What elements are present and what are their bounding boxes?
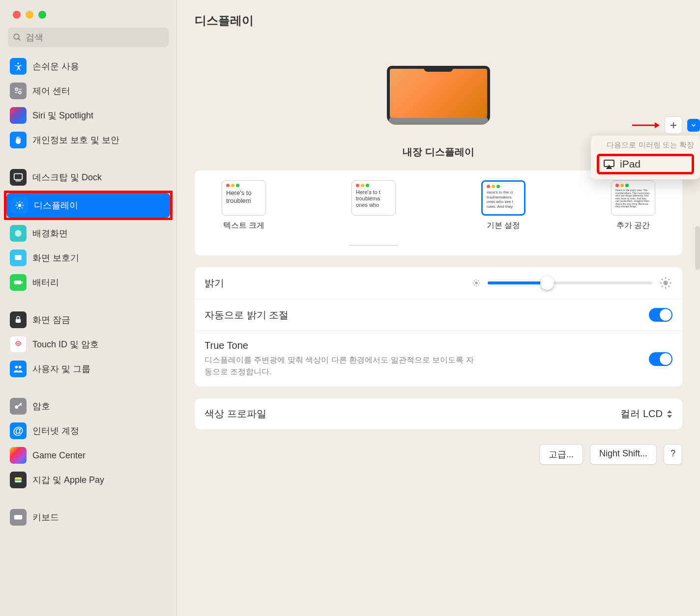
svg-line-43 (474, 285, 474, 285)
svg-rect-20 (14, 280, 22, 284)
wallpaper-icon (10, 225, 27, 242)
dock-icon (10, 169, 27, 186)
svg-rect-22 (16, 319, 21, 323)
control-center-icon (10, 83, 27, 99)
help-button[interactable]: ? (664, 444, 682, 465)
search-field[interactable] (8, 28, 169, 47)
true-tone-label: True Tone (204, 340, 480, 351)
page-title: 디스플레이 (195, 13, 682, 28)
true-tone-toggle[interactable] (649, 352, 672, 366)
display-menu-button[interactable] (687, 119, 700, 132)
brightness-slider[interactable] (471, 276, 672, 290)
search-wrap (0, 28, 176, 54)
monitor-illustration (387, 66, 490, 135)
svg-line-44 (478, 280, 479, 281)
auto-brightness-toggle[interactable] (649, 308, 672, 322)
accessibility-icon (10, 58, 27, 75)
svg-rect-19 (15, 255, 21, 260)
resolution-option-larger-text[interactable]: Here's totroublem 텍스트 크게 (204, 180, 283, 231)
resolution-sample: Here's totroublem (222, 180, 266, 216)
close-window-button[interactable] (13, 11, 21, 19)
sidebar-item-passwords[interactable]: 암호 (5, 394, 172, 419)
zoom-window-button[interactable] (38, 11, 46, 19)
brightness-label: 밝기 (204, 277, 224, 290)
auto-brightness-row: 자동으로 밝기 조절 (195, 299, 682, 331)
color-profile-value[interactable]: 컬러 LCD (620, 407, 672, 420)
plus-icon (669, 121, 678, 130)
svg-point-23 (15, 366, 18, 369)
resolution-option-default[interactable]: Here's to the crtroublemakers.ones who s… (464, 180, 543, 231)
svg-rect-21 (22, 281, 23, 283)
svg-line-14 (17, 202, 18, 203)
sidebar-item-wallet[interactable]: 지갑 및 Apple Pay (5, 468, 172, 492)
popover-item-label: iPad (620, 158, 641, 170)
resolution-label: 기본 설정 (487, 221, 520, 231)
resolution-option-2[interactable]: Here's to ttroublemaones who (334, 180, 413, 246)
sidebar-item-lockscreen[interactable]: 화면 잠금 (5, 308, 172, 332)
sidebar-item-label: 제어 센터 (32, 85, 70, 97)
svg-line-42 (478, 285, 479, 285)
minimize-window-button[interactable] (26, 11, 33, 19)
lock-icon (10, 311, 27, 328)
screensaver-icon (10, 250, 27, 266)
sidebar-item-wallpaper[interactable]: 배경화면 (5, 221, 172, 246)
svg-point-5 (19, 91, 21, 94)
sidebar-item-desktop-dock[interactable]: 데스크탑 및 Dock (5, 165, 172, 190)
add-display-controls (632, 116, 700, 134)
slider-thumb[interactable] (540, 276, 554, 290)
sidebar-item-game-center[interactable]: Game Center (5, 443, 172, 468)
svg-point-9 (18, 204, 22, 207)
sidebar-item-label: 키보드 (32, 511, 59, 523)
svg-line-16 (17, 207, 18, 208)
sidebar-item-label: 배경화면 (32, 227, 68, 239)
search-icon (13, 33, 22, 42)
add-display-button[interactable] (665, 116, 682, 134)
sidebar-item-privacy[interactable]: 개인정보 보호 및 보안 (5, 128, 172, 152)
sidebar-item-displays[interactable]: 디스플레이 (6, 193, 170, 218)
sidebar-item-label: 배터리 (32, 277, 59, 288)
sun-large-icon (659, 276, 672, 290)
resolution-underline (349, 245, 398, 246)
airplay-icon (603, 159, 615, 169)
sidebar-item-touchid[interactable]: Touch ID 및 암호 (5, 332, 172, 357)
sidebar-list[interactable]: 손쉬운 사용 제어 센터 Siri 및 Spotlight 개인정보 보호 및 … (0, 54, 176, 616)
popover-title: 다음으로 미러링 또는 확장 (597, 140, 694, 150)
brightness-card: 밝기 자동으로 밝기 조절 True Tone 디스플레이를 주변광에 맞춰 (195, 267, 682, 387)
svg-marker-54 (667, 410, 672, 413)
display-caption: 내장 디스플레이 (403, 145, 474, 159)
sidebar-item-siri[interactable]: Siri 및 Spotlight (5, 103, 172, 128)
sidebar-item-users[interactable]: 사용자 및 그룹 (5, 357, 172, 381)
svg-line-15 (22, 207, 23, 208)
key-icon (10, 398, 27, 415)
resolution-card: Here's totroublem 텍스트 크게 Here's to ttrou… (195, 170, 682, 255)
resolution-option-more-space[interactable]: Here's to the crazy ones. The troublemak… (594, 180, 672, 231)
svg-point-25 (15, 405, 18, 409)
resolution-sample: Here's to ttroublemaones who (351, 180, 396, 216)
sidebar-item-label: Touch ID 및 암호 (32, 338, 99, 350)
svg-point-18 (15, 230, 21, 236)
sidebar-item-accessibility[interactable]: 손쉬운 사용 (5, 54, 172, 79)
svg-point-3 (15, 88, 18, 90)
svg-rect-29 (14, 515, 23, 519)
sidebar-item-internet-accounts[interactable]: @ 인터넷 계정 (5, 419, 172, 443)
updown-icon (667, 410, 672, 418)
resolution-options: Here's totroublem 텍스트 크게 Here's to ttrou… (204, 180, 672, 246)
slider-track[interactable] (488, 281, 653, 284)
svg-point-45 (663, 280, 668, 285)
svg-point-0 (14, 34, 19, 39)
search-input[interactable] (26, 32, 164, 43)
svg-line-53 (669, 279, 670, 280)
sidebar-item-battery[interactable]: 배터리 (5, 270, 172, 295)
sidebar-item-control-center[interactable]: 제어 센터 (5, 79, 172, 103)
annotation-arrow (632, 122, 660, 129)
chevron-down-icon (690, 122, 697, 129)
sidebar-item-keyboard[interactable]: 키보드 (5, 505, 172, 530)
advanced-button[interactable]: 고급... (539, 444, 583, 465)
night-shift-button[interactable]: Night Shift... (590, 444, 657, 465)
color-profile-row[interactable]: 색상 프로파일 컬러 LCD (195, 398, 682, 429)
header: 디스플레이 (177, 0, 700, 38)
sidebar-item-screensaver[interactable]: 화면 보호기 (5, 246, 172, 270)
sidebar-item-label: 디스플레이 (34, 199, 78, 211)
main-content: 내장 디스플레이 다음으로 미러링 또는 확장 iPad (177, 38, 700, 616)
popover-item-ipad[interactable]: iPad (597, 154, 694, 174)
